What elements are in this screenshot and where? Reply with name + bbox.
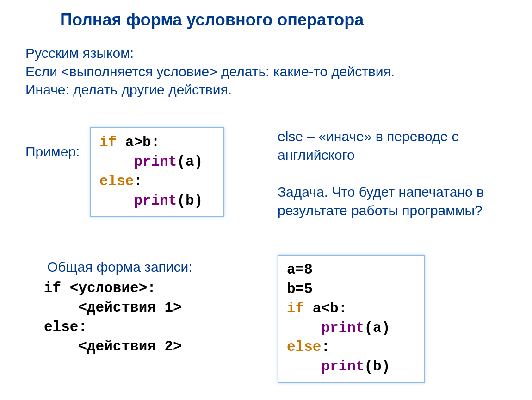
gf-line-4: <действия 2> (44, 338, 182, 355)
colon: : (134, 173, 142, 189)
general-form-code: if <условие>: <действия 1> else: <действ… (44, 279, 182, 356)
gf-line-1: if <условие>: (44, 280, 156, 296)
task-code: a=8 b=5 if a<b: print(a) else: print(b) (287, 260, 415, 376)
cond-ab: a<b (304, 300, 338, 317)
fn-print: print (321, 320, 364, 336)
fn-print: print (321, 358, 364, 375)
cond-ab: a>b (117, 134, 151, 150)
intro-line-1: Русским языком: (25, 44, 507, 62)
slide-title: Полная форма условного оператора (60, 10, 364, 30)
fn-print: print (134, 193, 177, 209)
gf-line-3: else: (44, 319, 87, 335)
colon: : (339, 300, 347, 317)
assign-a: a=8 (287, 262, 313, 278)
example-label: Пример: (25, 144, 80, 160)
intro-line-2: Если <выполняется условие> делать: какие… (25, 62, 507, 81)
else-note: else – «иначе» в переводе с английского (278, 127, 518, 164)
intro-line-3: Иначе: делать другие действия. (25, 81, 507, 99)
example-code: if a>b: print(a) else: print(b) (99, 133, 215, 210)
example-code-box: if a>b: print(a) else: print(b) (90, 127, 224, 217)
arg-b: (b) (364, 358, 390, 375)
kw-if: if (287, 300, 304, 317)
assign-b: b=5 (287, 281, 313, 297)
kw-else: else (99, 173, 134, 189)
kw-else: else (287, 339, 321, 355)
task-note: Задача. Что будет напечатано в результат… (278, 183, 518, 219)
general-form-title: Общая форма записи: (47, 259, 192, 275)
arg-b: (b) (177, 193, 203, 209)
intro-text: Русским языком: Если <выполняется услови… (25, 44, 507, 99)
task-code-box: a=8 b=5 if a<b: print(a) else: print(b) (278, 255, 425, 383)
arg-a: (a) (364, 320, 390, 336)
slide: Полная форма условного оператора Русским… (0, 0, 532, 400)
kw-if: if (99, 134, 117, 150)
colon: : (321, 339, 330, 355)
fn-print: print (134, 154, 177, 170)
gf-line-2: <действия 1> (44, 300, 182, 316)
colon: : (151, 134, 160, 150)
arg-a: (a) (177, 154, 203, 170)
